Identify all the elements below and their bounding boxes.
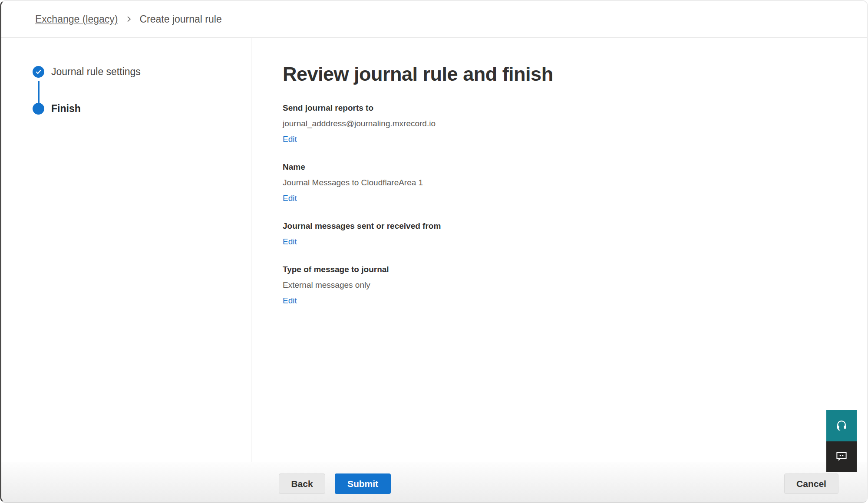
wizard-step-label: Journal rule settings: [51, 66, 141, 78]
submit-button[interactable]: Submit: [335, 473, 391, 494]
section-journal-messages-from: Journal messages sent or received from E…: [283, 221, 867, 247]
headset-icon: [835, 419, 848, 433]
breadcrumb: Exchange (legacy) Create journal rule: [35, 13, 222, 25]
section-send-journal-reports-to: Send journal reports to journal_adddress…: [283, 103, 867, 145]
cancel-button[interactable]: Cancel: [784, 473, 838, 494]
rule-name-value: Journal Messages to CloudflareArea 1: [283, 178, 867, 188]
section-label: Name: [283, 162, 867, 172]
help-button[interactable]: [826, 410, 857, 441]
wizard-steps-nav: Journal rule settings Finish: [1, 38, 251, 462]
check-icon: [33, 66, 44, 78]
section-label: Type of message to journal: [283, 264, 867, 275]
section-message-type: Type of message to journal External mess…: [283, 264, 867, 306]
feedback-button[interactable]: [826, 441, 857, 472]
edit-message-type-link[interactable]: Edit: [283, 296, 297, 306]
section-label: Send journal reports to: [283, 103, 867, 113]
journal-report-address-value: journal_adddress@journaling.mxrecord.io: [283, 118, 867, 129]
breadcrumb-current-page: Create journal rule: [140, 13, 222, 25]
wizard-step-connector: [38, 81, 40, 103]
wizard-step-label: Finish: [51, 103, 81, 115]
review-sections: Send journal reports to journal_adddress…: [283, 103, 867, 306]
breadcrumb-exchange-legacy-link[interactable]: Exchange (legacy): [35, 13, 118, 25]
header-bar: Exchange (legacy) Create journal rule: [1, 1, 867, 38]
message-type-value: External messages only: [283, 280, 867, 290]
feedback-chat-icon: [835, 450, 848, 464]
edit-name-link[interactable]: Edit: [283, 193, 297, 204]
footer-action-bar: Back Submit Cancel: [1, 462, 867, 502]
chevron-right-icon: [125, 15, 133, 23]
current-step-dot: [33, 103, 44, 115]
exchange-create-journal-rule-window: Exchange (legacy) Create journal rule Jo…: [0, 0, 868, 503]
wizard-step-journal-rule-settings[interactable]: Journal rule settings: [33, 66, 251, 78]
edit-journal-messages-from-link[interactable]: Edit: [283, 237, 297, 247]
review-panel: Review journal rule and finish Send jour…: [251, 38, 867, 462]
page-body: Journal rule settings Finish Review jour…: [1, 38, 867, 462]
wizard-step-finish[interactable]: Finish: [33, 103, 251, 115]
edit-send-journal-reports-link[interactable]: Edit: [283, 134, 297, 145]
section-label: Journal messages sent or received from: [283, 221, 867, 231]
back-button[interactable]: Back: [279, 473, 325, 494]
section-name: Name Journal Messages to CloudflareArea …: [283, 162, 867, 204]
page-title: Review journal rule and finish: [283, 62, 867, 86]
